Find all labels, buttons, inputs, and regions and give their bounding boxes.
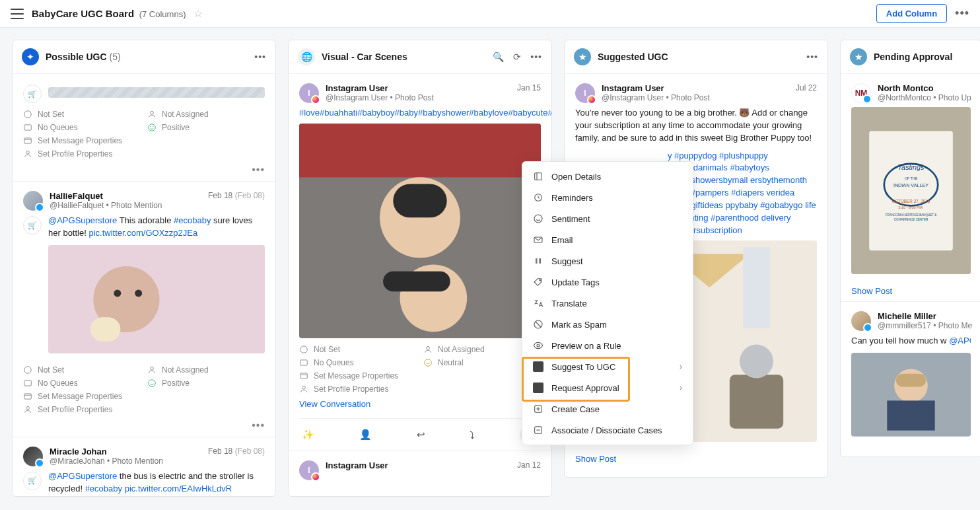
column-title: Visual - Car Scenes [322,52,486,62]
card-michelle: Michelle Miller @mmmiller517 • Photo Me … [841,302,980,449]
user-name[interactable]: Instagram User [602,83,789,93]
ctx-preview-rule[interactable]: Preview on a Rule [522,335,693,356]
menu-icon[interactable] [11,9,24,19]
queues-none[interactable]: No Queues [23,123,141,132]
mention-link[interactable]: @APGSuperstore [949,336,971,346]
svg-rect-27 [300,360,308,365]
column-title: Pending Approval [874,52,972,62]
photo-thumbnail[interactable] [48,245,265,353]
avatar[interactable] [23,447,43,466]
set-message-properties[interactable]: Set Message Properties [23,136,265,145]
avatar[interactable] [851,311,871,331]
card-more-icon[interactable]: ••• [23,163,265,176]
search-icon[interactable]: 🔍 [493,52,504,62]
svg-point-25 [300,346,308,353]
square-icon [533,361,543,372]
brand-avatar: 🛒 [23,85,42,103]
queues-none[interactable]: No Queues [299,358,417,367]
ctx-mark-spam[interactable]: Mark as Spam [522,314,693,335]
star-icon[interactable]: ☆ [193,7,203,20]
user-name[interactable]: Instagram User [326,460,510,470]
twitter-badge-icon [35,203,44,212]
user-name[interactable]: HallieFalquet [50,191,201,201]
set-profile-properties[interactable]: Set Profile Properties [23,149,265,159]
ctx-request-approval[interactable]: Request Approval› [522,377,693,398]
archive-icon[interactable]: ⤵︎ [470,429,475,441]
sentiment-positive[interactable]: Positive [147,379,265,388]
mention-link[interactable]: @APGSuperstore [48,215,117,225]
post-date: Jan 12 [517,460,541,470]
queues-none[interactable]: No Queues [23,379,141,388]
show-post-link[interactable]: Show Post [851,286,892,296]
ctx-email[interactable]: Email [522,229,693,250]
hashtag-link[interactable]: #ecobaby [85,484,122,493]
user-name[interactable]: Miracle Johan [50,447,201,456]
media-link[interactable]: pic.twitter.com/EAIwHkLdvR [125,484,232,493]
set-profile-properties[interactable]: Set Profile Properties [23,405,265,414]
column-more-icon[interactable]: ••• [806,52,818,62]
ctx-open-details[interactable]: Open Details [522,166,693,187]
svg-point-10 [114,289,121,297]
user-name[interactable]: Michelle Miller [878,311,972,321]
svg-rect-56 [534,237,542,242]
photo-thumbnail[interactable]: Tastings OF THE INDIAN VALLEY OCTOBER 27… [851,107,971,274]
twitter-badge-icon [862,94,872,104]
card-instagram-1: I Instagram User @Instagram User • Photo… [289,74,551,451]
set-message-properties[interactable]: Set Message Properties [23,392,265,401]
show-post-link[interactable]: Show Post [575,454,616,464]
svg-rect-20 [299,124,541,177]
set-message-properties[interactable]: Set Message Properties [299,371,541,381]
card-more-icon[interactable]: ••• [23,418,265,431]
photo-thumbnail[interactable] [299,124,541,338]
svg-rect-6 [24,138,32,143]
assignee-not-assigned[interactable]: Not Assigned [147,110,265,119]
svg-point-57 [540,279,541,281]
ctx-reminders[interactable]: Reminders [522,187,693,208]
column-more-icon[interactable]: ••• [254,52,266,62]
svg-text:OCTOBER 27, 2015: OCTOBER 27, 2015 [892,199,930,203]
avatar[interactable]: I [299,460,319,480]
svg-rect-29 [300,373,308,379]
user-meta: @MiracleJohan • Photo Mention [50,456,201,466]
status-not-set[interactable]: Not Set [23,365,141,375]
view-conversation-link[interactable]: View Conversation [299,398,370,413]
user-name[interactable]: North Montco [878,83,971,93]
board-more-icon[interactable]: ••• [955,7,969,20]
avatar[interactable]: NM [851,83,871,103]
ctx-translate[interactable]: Translate [522,293,693,314]
ctx-create-case[interactable]: Create Case [522,398,693,419]
photo-thumbnail[interactable] [851,353,971,437]
magic-icon[interactable]: ✨ [302,429,314,441]
add-column-button[interactable]: Add Column [876,4,947,23]
ctx-update-tags[interactable]: Update Tags [522,272,693,293]
column-more-icon[interactable]: ••• [530,52,542,62]
twitter-badge-icon [863,323,872,332]
set-profile-properties[interactable]: Set Profile Properties [299,384,541,394]
avatar[interactable] [23,191,43,211]
hashtag-block[interactable]: #love#buahhati#babyboy#baby#babyshower#b… [299,107,541,120]
column-title: Possible UGC (5) [46,52,248,62]
sentiment-positive[interactable]: Positive [147,123,265,132]
post-date: Feb 18 (Feb 08) [208,447,265,456]
mention-link[interactable]: @APGSuperstore [48,471,117,481]
ctx-associate-cases[interactable]: Associate / Dissociate Cases [522,419,693,441]
hashtag-link[interactable]: #ecobaby [174,215,211,225]
svg-point-11 [135,289,142,297]
avatar[interactable]: I [575,83,595,103]
column-possible-ugc: ✦ Possible UGC (5) ••• 🛒 Not Set Not Ass… [12,40,276,497]
chevron-right-icon: › [680,362,682,371]
media-link[interactable]: pic.twitter.com/GOXzzp2JEa [88,228,197,238]
avatar[interactable]: I [299,83,319,103]
svg-rect-40 [869,131,953,250]
reply-icon[interactable]: ↩︎ [417,429,425,441]
svg-point-1 [151,111,154,114]
ctx-suggest[interactable]: Suggest [522,250,693,272]
assignee-not-assigned[interactable]: Not Assigned [147,365,265,375]
user-name[interactable]: Instagram User [326,83,510,93]
ctx-suggest-to-ugc[interactable]: Suggest To UGC› [522,356,693,377]
status-not-set[interactable]: Not Set [23,110,141,119]
status-not-set[interactable]: Not Set [299,345,417,354]
assign-icon[interactable]: 👤 [359,429,372,441]
refresh-icon[interactable]: ⟳ [513,52,521,62]
ctx-sentiment[interactable]: Sentiment [522,208,693,229]
